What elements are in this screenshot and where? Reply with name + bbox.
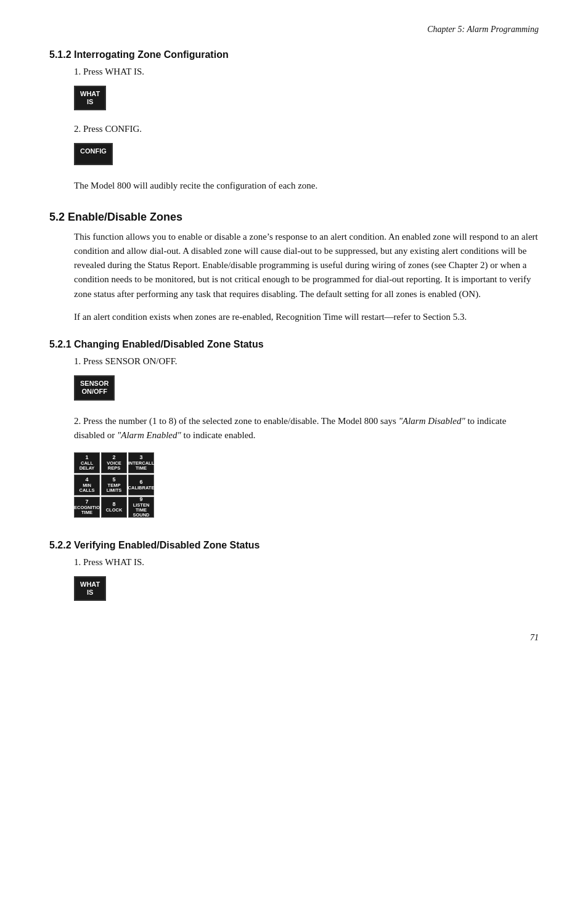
step-521-2-italic2: "Alarm Enabled" <box>117 430 181 440</box>
sensor-onoff-button[interactable]: SENSORON/OFF <box>74 375 115 400</box>
step-512-2-label: 2. Press CONFIG. <box>74 124 539 134</box>
step-521-2-prefix: 2. Press the number (1 to 8) of the sele… <box>74 416 399 426</box>
step-522-1: 1. Press WHAT IS. WHATIS <box>74 557 539 608</box>
config-key: CONFIG <box>74 138 539 173</box>
step-512-1: 1. Press WHAT IS. WHATIS <box>74 67 539 118</box>
key-7[interactable]: 7 RECOGNITIONTIME <box>74 497 100 518</box>
step-522-1-label: 1. Press WHAT IS. <box>74 557 539 568</box>
section-52-para2: If an alert condition exists when zones … <box>74 310 539 324</box>
section-52-title: 5.2 Enable/Disable Zones <box>49 211 539 224</box>
section-521-title: 5.2.1 Changing Enabled/Disabled Zone Sta… <box>49 339 539 350</box>
whatIs-key-1: WHATIS <box>74 81 539 118</box>
section-52-para1: This function allows you to enable or di… <box>74 230 539 301</box>
section-512-note: The Model 800 will audibly recite the co… <box>74 179 539 193</box>
step-521-2-end: to indicate enabled. <box>181 430 256 440</box>
section-522-title: 5.2.2 Verifying Enabled/Disabled Zone St… <box>49 540 539 551</box>
key-4[interactable]: 4 MIN CALLS <box>74 475 100 495</box>
step-521-2-italic1: "Alarm Disabled" <box>399 416 465 426</box>
key-3[interactable]: 3 INTERCALLTIME <box>128 452 154 473</box>
number-keypad: 1 CALLDELAY 2 VOICEREPS 3 INTERCALLTIME … <box>74 452 154 518</box>
config-button[interactable]: CONFIG <box>74 143 113 165</box>
chapter-header: Chapter 5: Alarm Programming <box>49 25 539 35</box>
key-2[interactable]: 2 VOICEREPS <box>101 452 127 473</box>
step-num: 1. <box>74 67 81 76</box>
key-5[interactable]: 5 TEMP LIMITS <box>101 475 127 495</box>
step-512-2: 2. Press CONFIG. CONFIG <box>74 124 539 173</box>
step-521-1: 1. Press SENSOR ON/OFF. SENSORON/OFF <box>74 356 539 407</box>
page-number: 71 <box>49 633 539 643</box>
step-text-2: Press CONFIG. <box>83 124 142 134</box>
key-6[interactable]: 6 CALIBRATE <box>128 475 154 495</box>
keypad-grid: 1 CALLDELAY 2 VOICEREPS 3 INTERCALLTIME … <box>74 447 539 525</box>
whatIs-button-2[interactable]: WHATIS <box>74 576 106 601</box>
key-8[interactable]: 8 CLOCK <box>101 497 127 518</box>
whatIs-button-1[interactable]: WHATIS <box>74 86 106 110</box>
key-1[interactable]: 1 CALLDELAY <box>74 452 100 473</box>
step-521-1-label: 1. Press SENSOR ON/OFF. <box>74 356 539 367</box>
section-512-title: 5.1.2 Interrogating Zone Configuration <box>49 49 539 60</box>
step-text: Press WHAT IS. <box>83 67 144 76</box>
step-num-2: 2. <box>74 124 81 134</box>
key-9[interactable]: 9 LISTEN TIMESOUND <box>128 497 154 518</box>
step-521-2: 2. Press the number (1 to 8) of the sele… <box>74 414 539 443</box>
step-512-1-label: 1. Press WHAT IS. <box>74 67 539 77</box>
